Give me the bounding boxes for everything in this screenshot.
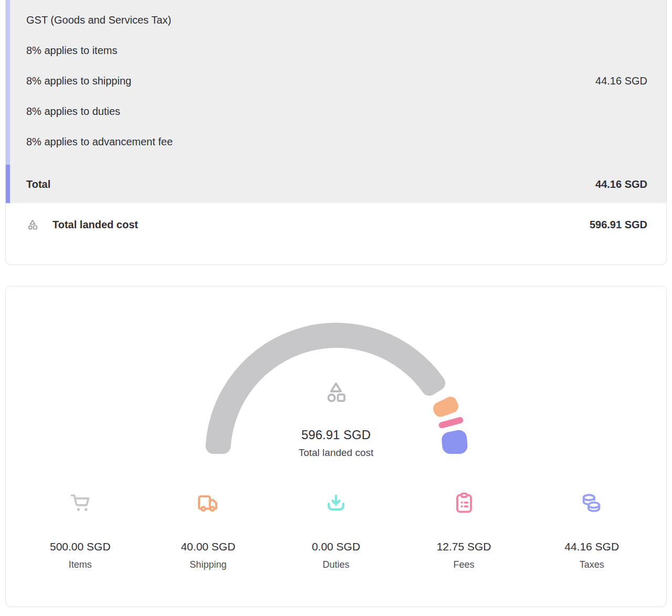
tax-title-row: GST (Goods and Services Tax) [26, 14, 647, 27]
gauge-center: 596.91 SGD Total landed cost [6, 379, 666, 459]
legend-taxes: 44.16 SGD Taxes [528, 491, 656, 570]
tax-total-row: Total 44.16 SGD [6, 165, 666, 203]
legend-duties: 0.00 SGD Duties [272, 491, 400, 570]
legend-label: Duties [272, 559, 400, 570]
truck-icon [196, 491, 220, 515]
tax-breakdown-card: GST (Goods and Services Tax) 8% applies … [5, 0, 667, 265]
tax-name: GST (Goods and Services Tax) [26, 14, 171, 27]
tax-line-items: 8% applies to items [26, 44, 647, 57]
legend-label: Items [16, 559, 144, 570]
gauge-total-label: Total landed cost [6, 447, 666, 459]
clipboard-icon [452, 491, 476, 515]
landed-cost-chart-card: 596.91 SGD Total landed cost 500.00 SGD … [5, 286, 667, 607]
legend-value: 12.75 SGD [400, 540, 528, 553]
cost-legend: 500.00 SGD Items 40.00 SGD Shipping [16, 491, 656, 570]
shapes-icon [26, 218, 39, 231]
legend-value: 0.00 SGD [272, 540, 400, 553]
tax-line-label: 8% applies to shipping [26, 75, 131, 88]
legend-value: 500.00 SGD [16, 540, 144, 553]
tax-total-label: Total [26, 178, 50, 191]
legend-value: 44.16 SGD [528, 540, 656, 553]
tax-total-value: 44.16 SGD [595, 178, 647, 191]
cart-icon [68, 491, 92, 515]
download-icon [324, 491, 348, 515]
gauge-total-value: 596.91 SGD [6, 428, 666, 442]
tax-line-label: 8% applies to advancement fee [26, 135, 173, 148]
legend-items: 500.00 SGD Items [16, 491, 144, 570]
legend-value: 40.00 SGD [144, 540, 272, 553]
legend-label: Fees [400, 559, 528, 570]
shapes-icon [323, 379, 349, 405]
tax-line-value: 44.16 SGD [595, 75, 647, 88]
tax-line-duties: 8% applies to duties [26, 105, 647, 118]
legend-fees: 12.75 SGD Fees [400, 491, 528, 570]
total-landed-cost-label: Total landed cost [52, 218, 138, 231]
tax-details-section: GST (Goods and Services Tax) 8% applies … [6, 0, 666, 165]
tax-line-label: 8% applies to duties [26, 105, 120, 118]
legend-label: Taxes [528, 559, 656, 570]
coins-icon [580, 491, 604, 515]
tax-line-shipping: 8% applies to shipping 44.16 SGD [26, 75, 647, 88]
total-landed-cost-row: Total landed cost 596.91 SGD [6, 203, 666, 231]
tax-line-label: 8% applies to items [26, 44, 117, 57]
legend-shipping: 40.00 SGD Shipping [144, 491, 272, 570]
legend-label: Shipping [144, 559, 272, 570]
total-landed-cost-value: 596.91 SGD [590, 218, 647, 231]
tax-line-advancement-fee: 8% applies to advancement fee [26, 135, 647, 148]
